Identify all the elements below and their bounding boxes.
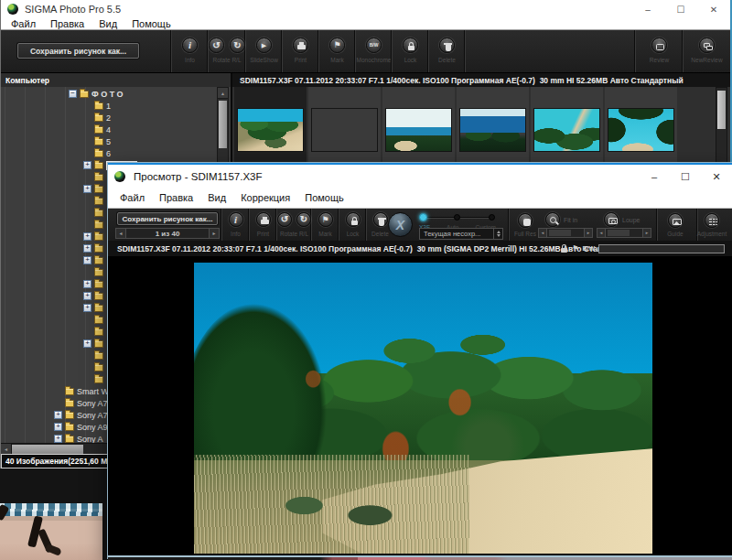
scrollbar-thumb[interactable] xyxy=(219,101,227,148)
tree-expand-box[interactable]: + xyxy=(83,232,92,241)
rotate-button[interactable]: ↺ xyxy=(277,212,292,227)
slideshow-button[interactable]: ▶ xyxy=(256,38,272,53)
zoom-slider[interactable]: ◄ ► xyxy=(538,228,593,238)
toolbar-button-group: Delete xyxy=(428,30,465,72)
previous-image-button[interactable]: ◄ xyxy=(115,228,126,239)
tree-expand-box[interactable]: + xyxy=(83,292,92,300)
folder-icon xyxy=(94,186,103,193)
menu-item[interactable]: Файл xyxy=(113,193,151,203)
flag-status-icon: ⚑ xyxy=(572,244,578,253)
folder-icon xyxy=(94,126,103,134)
adjustment-button[interactable] xyxy=(705,213,719,228)
mark-button[interactable]: ⚑ xyxy=(318,212,333,227)
info-button[interactable]: i xyxy=(182,38,198,53)
tree-item-label: Sony A9 xyxy=(77,423,108,432)
folder-icon xyxy=(94,293,103,300)
tree-expand-box[interactable]: + xyxy=(83,256,92,264)
guide-button[interactable] xyxy=(668,213,683,228)
x3f-sphere-button[interactable]: X xyxy=(388,212,413,237)
tree-expand-box[interactable]: + xyxy=(83,185,92,193)
scrollbar-thumb[interactable] xyxy=(717,91,726,129)
toolbar-button-group: i Info xyxy=(221,209,249,241)
mark-button[interactable]: ⚑ xyxy=(329,38,345,53)
loupe-slider[interactable]: ◄ ► xyxy=(597,228,651,238)
delete-button[interactable] xyxy=(439,38,455,53)
adjustment-label: Adjustment xyxy=(686,231,732,237)
loupe-plus-arrow[interactable]: ► xyxy=(642,228,651,238)
close-button[interactable]: ✕ xyxy=(701,165,732,188)
menu-item[interactable]: Правка xyxy=(153,193,199,203)
tree-expand-box[interactable]: + xyxy=(54,435,62,443)
tree-row[interactable]: 1 xyxy=(1,100,216,112)
thumbnail-5 xyxy=(533,108,600,152)
tree-expand-box[interactable]: + xyxy=(83,339,92,348)
thumbnail-1 xyxy=(237,108,304,152)
save-picture-as-button[interactable]: Сохранить рисунок как... xyxy=(17,43,139,59)
tree-row[interactable]: − ФОТО xyxy=(1,88,216,100)
menu-item[interactable]: Правка xyxy=(44,19,91,29)
toolbar-button[interactable]: ↻ xyxy=(296,212,311,227)
settings-dropdown[interactable]: Текущая несохр... xyxy=(419,228,503,240)
mode-dot-x3f[interactable] xyxy=(419,213,427,221)
close-button[interactable]: ✕ xyxy=(697,0,730,18)
mode-dot-custom[interactable] xyxy=(489,214,495,221)
menu-item[interactable]: Вид xyxy=(201,193,232,203)
folder-icon xyxy=(65,424,74,431)
full-res-button[interactable] xyxy=(518,213,533,228)
tree-row[interactable]: 4 xyxy=(1,124,216,135)
review-button[interactable] xyxy=(651,38,667,53)
menu-item[interactable]: Помощь xyxy=(298,193,350,203)
tree-expand-box[interactable]: + xyxy=(83,244,92,253)
toolbar-button-label: Mark xyxy=(318,231,331,237)
tree-row[interactable]: 2 xyxy=(1,112,216,124)
menu-item[interactable]: Файл xyxy=(5,19,42,29)
next-image-button[interactable]: ► xyxy=(209,228,220,239)
tree-expand-box[interactable]: + xyxy=(54,423,62,431)
rotate-button[interactable]: ↺ xyxy=(209,38,224,53)
toolbar-button-group: ↺ ↻ Rotate R/L xyxy=(208,30,245,72)
tree-expand-box[interactable]: + xyxy=(83,161,92,169)
loupe-button[interactable] xyxy=(604,212,619,227)
maximize-button[interactable]: ☐ xyxy=(670,165,701,188)
folder-icon xyxy=(65,436,74,443)
zoom-in-arrow[interactable]: ► xyxy=(584,228,593,238)
toolbar-button-label: Rotate R/L xyxy=(212,57,241,63)
scroll-left-icon[interactable]: ◄ xyxy=(1,444,12,454)
minimize-button[interactable]: – xyxy=(631,0,664,18)
scroll-up-icon[interactable]: ▲ xyxy=(218,88,228,99)
info-button[interactable]: i xyxy=(229,212,243,227)
tree-row[interactable]: 6 xyxy=(1,147,216,159)
viewer-image-info-bar: SDIM1157.X3F 07.11.2012 20:33:07 F7.1 1/… xyxy=(108,241,732,256)
toolbar-button-label: Monochrome xyxy=(357,57,392,63)
tree-expand-box[interactable]: + xyxy=(54,411,62,419)
tree-expand-box[interactable]: − xyxy=(69,90,77,98)
folder-icon xyxy=(94,317,103,324)
folder-icon xyxy=(94,269,103,276)
lock-button[interactable] xyxy=(403,38,418,53)
save-picture-as-button[interactable]: Сохранить рисунок как... xyxy=(117,212,218,225)
toolbar-button[interactable]: ↻ xyxy=(230,38,245,53)
print-button[interactable] xyxy=(256,212,271,227)
zoom-out-arrow[interactable]: ◄ xyxy=(538,228,547,238)
sidebar-header: Компьютер xyxy=(1,73,232,87)
menu-item[interactable]: Помощь xyxy=(125,19,178,29)
lock-button[interactable] xyxy=(346,212,361,227)
menu-item[interactable]: Вид xyxy=(92,19,124,29)
print-button[interactable] xyxy=(293,38,308,53)
tree-row[interactable]: 5 xyxy=(1,135,216,147)
menu-item[interactable]: Коррекция xyxy=(234,193,296,203)
loupe-minus-arrow[interactable]: ◄ xyxy=(597,228,606,238)
delete-button[interactable] xyxy=(373,212,388,227)
loupe-label: Loupe xyxy=(622,217,640,223)
maximize-button[interactable]: ☐ xyxy=(664,0,697,18)
newreview-button[interactable] xyxy=(699,38,715,53)
scrollbar-thumb[interactable] xyxy=(12,445,83,454)
folder-icon xyxy=(94,245,103,253)
tree-expand-box[interactable]: + xyxy=(83,280,92,288)
mode-dot-auto[interactable] xyxy=(454,214,460,221)
minimize-button[interactable]: – xyxy=(639,165,670,188)
tree-expand-box[interactable]: + xyxy=(83,304,92,312)
fit-in-button[interactable] xyxy=(545,212,560,227)
monochrome-button[interactable]: B/W xyxy=(366,38,382,53)
fit-in-label: Fit in xyxy=(564,217,577,223)
